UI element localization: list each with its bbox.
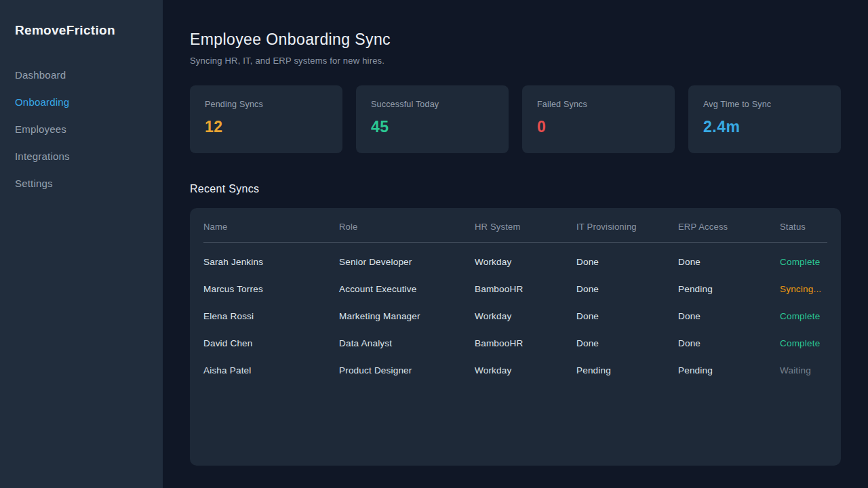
stats-row: Pending Syncs 12 Successful Today 45 Fai… <box>190 85 841 153</box>
sidebar-item-employees[interactable]: Employees <box>15 115 148 142</box>
status-badge: Complete <box>780 302 827 329</box>
cell-erp-access: Done <box>678 248 780 275</box>
table-row[interactable]: Elena Rossi Marketing Manager Workday Do… <box>203 302 827 329</box>
table-row[interactable]: David Chen Data Analyst BambooHR Done Do… <box>203 329 827 357</box>
cell-name: Elena Rossi <box>203 302 339 329</box>
cell-erp-access: Done <box>678 329 780 357</box>
cell-it-provisioning: Done <box>576 302 678 329</box>
cell-name: Marcus Torres <box>203 275 339 302</box>
stat-label: Failed Syncs <box>537 100 660 109</box>
recent-syncs-table: Name Role HR System IT Provisioning ERP … <box>203 208 827 384</box>
stat-label: Pending Syncs <box>205 100 328 109</box>
cell-erp-access: Pending <box>678 275 780 302</box>
stat-label: Avg Time to Sync <box>703 100 826 109</box>
app-logo: RemoveFriction <box>15 23 148 38</box>
cell-name: Sarah Jenkins <box>203 248 339 275</box>
sidebar-nav: Dashboard Onboarding Employees Integrati… <box>15 61 148 197</box>
cell-role: Product Designer <box>339 357 475 384</box>
cell-name: Aisha Patel <box>203 357 339 384</box>
sidebar-item-settings[interactable]: Settings <box>15 169 148 197</box>
recent-syncs-heading: Recent Syncs <box>190 183 841 195</box>
sidebar-item-onboarding[interactable]: Onboarding <box>15 88 148 115</box>
table-row[interactable]: Aisha Patel Product Designer Workday Pen… <box>203 357 827 384</box>
stat-card-pending-syncs: Pending Syncs 12 <box>190 85 342 153</box>
column-header-role: Role <box>339 208 475 242</box>
page-title: Employee Onboarding Sync <box>190 30 841 49</box>
status-badge: Complete <box>780 248 827 275</box>
stat-card-successful-today: Successful Today 45 <box>356 85 509 153</box>
stat-card-avg-time-to-sync: Avg Time to Sync 2.4m <box>688 85 841 153</box>
stat-label: Successful Today <box>371 100 494 109</box>
cell-hr-system: Workday <box>475 248 576 275</box>
stat-value: 12 <box>205 118 328 136</box>
stat-card-failed-syncs: Failed Syncs 0 <box>522 85 675 153</box>
cell-role: Account Executive <box>339 275 475 302</box>
status-badge: Waiting <box>780 357 827 384</box>
cell-hr-system: Workday <box>475 357 576 384</box>
cell-it-provisioning: Done <box>576 248 678 275</box>
table-header-row: Name Role HR System IT Provisioning ERP … <box>203 208 827 242</box>
table-row[interactable]: Marcus Torres Account Executive BambooHR… <box>203 275 827 302</box>
main-content: Employee Onboarding Sync Syncing HR, IT,… <box>163 0 868 488</box>
status-badge: Complete <box>780 329 827 357</box>
cell-role: Data Analyst <box>339 329 475 357</box>
column-header-hr-system: HR System <box>475 208 576 242</box>
stat-value: 0 <box>537 118 660 136</box>
cell-role: Senior Developer <box>339 248 475 275</box>
sidebar-item-integrations[interactable]: Integrations <box>15 142 148 169</box>
column-header-name: Name <box>203 208 339 242</box>
stat-value: 45 <box>371 118 494 136</box>
column-header-erp-access: ERP Access <box>678 208 780 242</box>
status-badge: Syncing... <box>780 275 827 302</box>
column-header-it-provisioning: IT Provisioning <box>576 208 678 242</box>
column-header-status: Status <box>780 208 827 242</box>
cell-hr-system: Workday <box>475 302 576 329</box>
recent-syncs-table-card: Name Role HR System IT Provisioning ERP … <box>190 208 841 466</box>
cell-it-provisioning: Done <box>576 275 678 302</box>
cell-hr-system: BambooHR <box>475 275 576 302</box>
sidebar: RemoveFriction Dashboard Onboarding Empl… <box>0 0 163 488</box>
table-row[interactable]: Sarah Jenkins Senior Developer Workday D… <box>203 248 827 275</box>
cell-erp-access: Done <box>678 302 780 329</box>
sidebar-item-dashboard[interactable]: Dashboard <box>15 61 148 88</box>
cell-erp-access: Pending <box>678 357 780 384</box>
cell-it-provisioning: Done <box>576 329 678 357</box>
cell-name: David Chen <box>203 329 339 357</box>
cell-role: Marketing Manager <box>339 302 475 329</box>
page-subtitle: Syncing HR, IT, and ERP systems for new … <box>190 56 841 66</box>
stat-value: 2.4m <box>703 118 826 136</box>
cell-it-provisioning: Pending <box>576 357 678 384</box>
cell-hr-system: BambooHR <box>475 329 576 357</box>
